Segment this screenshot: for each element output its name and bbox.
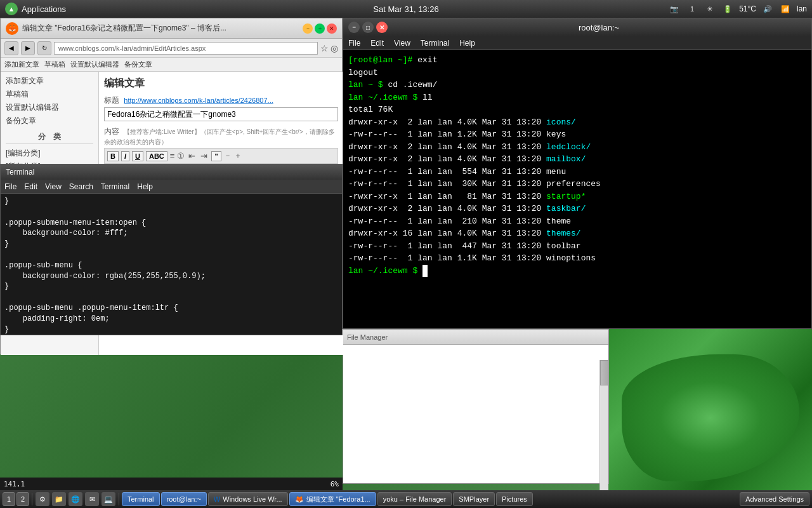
sidebar-set-editor[interactable]: 设置默认编辑器 bbox=[6, 101, 93, 114]
sidebar-backup[interactable]: 备份文章 bbox=[6, 114, 93, 128]
rterm-line-16: -rw-r--r-- 1 lan lan 447 Mar 31 13:20 to… bbox=[348, 240, 806, 253]
back-button[interactable]: ◀ bbox=[4, 41, 18, 55]
sidebar-drafts[interactable]: 草稿箱 bbox=[6, 88, 93, 101]
sidebar-add-article[interactable]: 添加新文章 bbox=[6, 74, 93, 88]
term-search-menu[interactable]: Search bbox=[69, 182, 93, 191]
plus-btn[interactable]: ＋ bbox=[234, 150, 242, 161]
smplayer-label: SMPlayer bbox=[459, 495, 489, 503]
app-menu-icon[interactable]: ▲ bbox=[5, 3, 18, 15]
rterm-line-13: drwxr-xr-x 2 lan lan 4.0K Mar 31 13:20 t… bbox=[348, 203, 806, 215]
taskbar-app-icon-2[interactable]: 📁 bbox=[52, 492, 66, 506]
yoku-label: yoku – File Manager bbox=[383, 495, 447, 503]
bold-button[interactable]: B bbox=[107, 151, 119, 161]
dedent-icon[interactable]: ⇤ bbox=[187, 151, 197, 161]
term-terminal-menu[interactable]: Terminal bbox=[101, 182, 129, 191]
vim-status-bar: 141,1 6% bbox=[0, 478, 343, 490]
rterm-line-9: drwxr-xr-x 2 lan lan 4.0K Mar 31 13:20 m… bbox=[348, 153, 806, 166]
title-url-link[interactable]: http://www.cnblogs.com/k-lan/articles/24… bbox=[124, 97, 273, 104]
term-file-menu[interactable]: File bbox=[4, 182, 16, 191]
root-terminal-titlebar: － □ ✕ root@lan:~ bbox=[343, 18, 811, 36]
rterm-line-3: lan ~ $ cd .icewm/ bbox=[348, 79, 806, 91]
terminal-small-title: Terminal bbox=[6, 168, 337, 177]
taskbar-app-icon-5[interactable]: 💻 bbox=[102, 492, 115, 506]
applications-label[interactable]: Applications bbox=[22, 4, 66, 14]
term-line-12: padding-right: 0em; bbox=[4, 314, 338, 324]
root-terminal-minimize[interactable]: － bbox=[348, 22, 360, 33]
bookmark-item-draft[interactable]: 草稿箱 bbox=[44, 60, 65, 69]
bookmark-star-icon[interactable]: ☆ bbox=[320, 43, 329, 53]
sidebar-edit-category[interactable]: [编辑分类] bbox=[6, 147, 93, 160]
nautilus-scrollbar[interactable] bbox=[599, 360, 608, 500]
taskbar-pictures-btn[interactable]: Pictures bbox=[496, 492, 533, 506]
taskbar-smplayer-btn[interactable]: SMPlayer bbox=[453, 492, 495, 506]
forward-button[interactable]: ▶ bbox=[21, 41, 35, 55]
term-view-menu[interactable]: View bbox=[45, 182, 62, 191]
app-icon-1: ⚙ bbox=[39, 495, 46, 504]
term-edit-menu[interactable]: Edit bbox=[24, 182, 37, 191]
minus-btn[interactable]: － bbox=[224, 150, 232, 161]
taskbar-app-icon-1[interactable]: ⚙ bbox=[36, 492, 49, 506]
bookmark-item-add[interactable]: 添加新文章 bbox=[4, 60, 39, 69]
blog-btn-label: 编辑文章 "Fedora1... bbox=[306, 495, 370, 504]
battery-icon: 🔋 bbox=[721, 4, 734, 14]
taskbar-advanced-btn[interactable]: Advanced Settings bbox=[740, 492, 809, 506]
url-text: www.cnblogs.com/k-lan/admin/EditArticles… bbox=[58, 44, 206, 52]
taskbar-app-icon-3[interactable]: 🌐 bbox=[69, 492, 82, 506]
rss-icon[interactable]: ◎ bbox=[331, 43, 338, 53]
network-icon[interactable]: 📶 bbox=[779, 4, 792, 14]
root-terminal-title: root@lan:~ bbox=[391, 23, 806, 32]
bookmark-item-editor[interactable]: 设置默认编辑器 bbox=[70, 60, 119, 69]
wl-icon: W bbox=[214, 495, 220, 503]
root-terminal-content[interactable]: [root@lan ~]# exit logout lan ~ $ cd .ic… bbox=[343, 50, 811, 328]
rterm-line-11: -rw-r--r-- 1 lan lan 30K Mar 31 13:20 pr… bbox=[348, 178, 806, 190]
taskbar-terminal-btn[interactable]: Terminal bbox=[122, 492, 160, 506]
url-bar[interactable]: www.cnblogs.com/k-lan/admin/EditArticles… bbox=[54, 42, 318, 55]
bookmark-item-backup[interactable]: 备份文章 bbox=[124, 60, 152, 69]
taskbar-root-btn[interactable]: root@lan:~ bbox=[161, 492, 207, 506]
reload-button[interactable]: ↻ bbox=[37, 41, 51, 55]
root-terminal-maximize[interactable]: □ bbox=[362, 22, 374, 33]
app-icon-4: ✉ bbox=[89, 495, 95, 504]
taskbar-yoku-btn[interactable]: yoku – File Manager bbox=[377, 492, 452, 506]
firefox-minimize-button[interactable]: － bbox=[303, 23, 313, 34]
indent-icon[interactable]: ⇥ bbox=[199, 151, 209, 161]
nautilus-content[interactable] bbox=[343, 345, 608, 472]
root-edit-menu[interactable]: Edit bbox=[370, 39, 384, 48]
nautilus-titlebar: File Manager bbox=[343, 330, 608, 345]
quote-button[interactable]: " bbox=[211, 151, 221, 161]
nautilus-scroll-thumb[interactable] bbox=[600, 360, 609, 385]
root-terminal-close[interactable]: ✕ bbox=[376, 22, 388, 33]
workspace-2-btn[interactable]: 2 bbox=[16, 492, 29, 506]
root-file-menu[interactable]: File bbox=[348, 39, 360, 48]
taskbar-blog-btn[interactable]: 🦊 编辑文章 "Fedora1... bbox=[289, 492, 376, 506]
underline-button[interactable]: U bbox=[132, 151, 143, 161]
app-icon-2: 📁 bbox=[55, 495, 63, 504]
terminal-small-content[interactable]: } .popup-submenu-menu-item:open { backgr… bbox=[1, 194, 342, 335]
list-icon[interactable]: ≡ bbox=[170, 151, 175, 161]
firefox-maximize-button[interactable]: ＋ bbox=[315, 23, 325, 34]
firefox-close-button[interactable]: ✕ bbox=[327, 23, 337, 34]
workspace-indicator[interactable]: 1 bbox=[686, 4, 698, 14]
root-view-menu[interactable]: View bbox=[394, 39, 410, 48]
rterm-line-6: drwxr-xr-x 2 lan lan 4.0K Mar 31 13:20 i… bbox=[348, 116, 806, 129]
workspace-1-btn[interactable]: 1 bbox=[3, 492, 15, 506]
numbered-list-icon[interactable]: ① bbox=[177, 151, 185, 161]
italic-button[interactable]: I bbox=[121, 151, 129, 161]
top-taskbar-right: 📷 1 ☀ 🔋 51°C 🔊 📶 lan bbox=[668, 4, 807, 14]
term-line-4: background-color: #fff; bbox=[4, 228, 338, 239]
abc-button[interactable]: ABC bbox=[146, 151, 167, 161]
sidebar-category-label: 分 类 bbox=[6, 128, 93, 144]
root-terminal-menu[interactable]: Terminal bbox=[421, 39, 449, 48]
content-label: 内容 【推荐客户端:Live Writer】（回车产生<p>, Shift+回车… bbox=[104, 126, 338, 147]
taskbar-windows-live-btn[interactable]: W Windows Live Wr... bbox=[208, 492, 288, 506]
term-help-menu[interactable]: Help bbox=[137, 182, 153, 191]
volume-icon[interactable]: 🔊 bbox=[761, 4, 774, 14]
term-line-10 bbox=[4, 292, 338, 303]
taskbar-app-icon-4[interactable]: ✉ bbox=[85, 492, 99, 506]
term-line-7: .popup-sub-menu { bbox=[4, 260, 338, 271]
vim-percent: 6% bbox=[331, 480, 339, 488]
terminal-small-window: Terminal File Edit View Search Terminal … bbox=[0, 164, 343, 335]
term-line-8: background-color: rgba(255,255,255,0.9); bbox=[4, 271, 338, 282]
title-input[interactable] bbox=[104, 107, 338, 121]
root-help-menu[interactable]: Help bbox=[459, 39, 475, 48]
